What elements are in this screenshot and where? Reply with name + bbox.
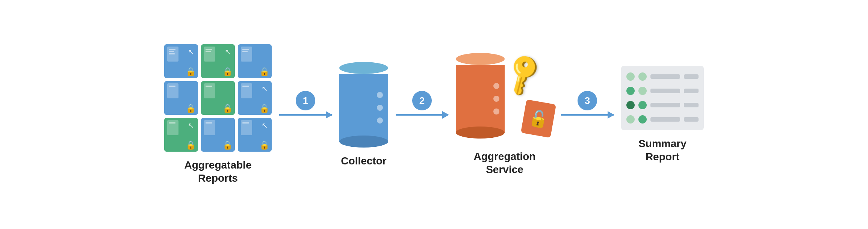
aggregation-cylinder bbox=[456, 53, 505, 139]
reports-grid: ↖ 🔒 ↖ 🔒 🔒 bbox=[164, 44, 272, 152]
lock-icon: 🔒 bbox=[186, 104, 196, 113]
lock-icon: 🔒 bbox=[259, 140, 269, 150]
summary-line-short bbox=[684, 117, 699, 122]
report-card: ↖ 🔒 bbox=[201, 44, 235, 78]
cylinder-dot bbox=[493, 96, 499, 102]
collector-cylinder bbox=[339, 62, 388, 148]
cursor-icon: ↖ bbox=[188, 121, 194, 130]
cylinder-top bbox=[456, 53, 505, 65]
svg-rect-19 bbox=[206, 122, 212, 124]
step2-badge: 2 bbox=[412, 91, 432, 110]
summary-dot-light bbox=[638, 87, 647, 95]
step3-arrow bbox=[561, 114, 614, 116]
summary-line bbox=[650, 117, 680, 122]
summary-dot-mid bbox=[638, 101, 647, 109]
step1-arrow bbox=[279, 114, 332, 116]
summary-line bbox=[650, 74, 680, 79]
cylinder-body bbox=[456, 65, 505, 133]
summary-row bbox=[626, 72, 699, 81]
svg-rect-8 bbox=[242, 49, 249, 50]
summary-line-short bbox=[684, 89, 699, 93]
lock-icon: 🔒 bbox=[259, 67, 269, 77]
unlock-icon: 🔓 bbox=[527, 108, 550, 129]
summary-row bbox=[626, 101, 699, 109]
svg-rect-2 bbox=[169, 51, 174, 52]
svg-rect-11 bbox=[169, 86, 175, 87]
cursor-icon: ↖ bbox=[262, 84, 268, 93]
lock-icon: 🔒 bbox=[222, 104, 233, 113]
cylinder-dot bbox=[377, 105, 383, 111]
svg-rect-6 bbox=[206, 51, 211, 52]
summary-row bbox=[626, 115, 699, 124]
cylinder-top bbox=[339, 62, 388, 74]
step1-badge: 1 bbox=[296, 91, 315, 110]
cylinder-bottom bbox=[339, 136, 388, 148]
summary-dot-light bbox=[638, 72, 647, 81]
summary-line-short bbox=[684, 103, 699, 107]
report-card: 🔒 bbox=[164, 81, 198, 115]
step3-badge: 3 bbox=[578, 91, 597, 110]
lock-icon: 🔒 bbox=[259, 104, 269, 113]
summary-row bbox=[626, 87, 699, 95]
cursor-icon: ↖ bbox=[262, 121, 268, 130]
lock-icon: 🔒 bbox=[222, 67, 233, 77]
cylinder-body bbox=[339, 74, 388, 142]
summary-report-node: Summary Report bbox=[621, 66, 704, 163]
summary-dot-mid bbox=[626, 87, 635, 95]
report-card: 🔒 bbox=[238, 44, 272, 78]
cylinder-dots bbox=[377, 92, 388, 124]
summary-line bbox=[650, 89, 680, 93]
lock-icon: 🔒 bbox=[222, 140, 233, 150]
summary-dot-dark bbox=[626, 101, 635, 109]
summary-report-visual bbox=[621, 66, 704, 130]
cursor-icon: ↖ bbox=[225, 47, 231, 56]
svg-rect-1 bbox=[169, 49, 175, 50]
diagram: ↖ 🔒 ↖ 🔒 🔒 bbox=[0, 0, 868, 229]
report-card: ↖ 🔒 bbox=[164, 44, 198, 78]
aggregatable-reports-node: ↖ 🔒 ↖ 🔒 🔒 bbox=[164, 44, 272, 185]
aggregation-service-visual: 🔑 🔓 bbox=[456, 53, 553, 143]
summary-dot-light bbox=[626, 115, 635, 124]
report-card: ↖ 🔒 bbox=[164, 118, 198, 152]
report-card: ↖ 🔒 bbox=[238, 81, 272, 115]
cylinder-bottom bbox=[456, 127, 505, 139]
summary-report-label: Summary Report bbox=[638, 137, 687, 163]
svg-rect-3 bbox=[169, 53, 175, 54]
cylinder-dot bbox=[377, 92, 383, 98]
summary-dot-light bbox=[626, 72, 635, 81]
collector-node: Collector bbox=[339, 62, 388, 167]
step2-connector: 2 bbox=[388, 91, 456, 116]
cylinder-dot bbox=[493, 108, 499, 114]
report-card: ↖ 🔒 bbox=[238, 118, 272, 152]
svg-rect-9 bbox=[242, 51, 248, 52]
summary-dot-mid bbox=[638, 115, 647, 124]
summary-line-short bbox=[684, 74, 699, 79]
cylinder-dot bbox=[493, 83, 499, 89]
summary-line bbox=[650, 103, 680, 107]
collector-label: Collector bbox=[341, 154, 386, 167]
report-card: 🔒 bbox=[201, 81, 235, 115]
step2-arrow bbox=[396, 114, 448, 116]
svg-rect-21 bbox=[242, 122, 249, 124]
svg-rect-15 bbox=[242, 86, 249, 87]
lock-icon: 🔒 bbox=[186, 140, 196, 150]
svg-rect-13 bbox=[206, 86, 212, 87]
report-card: 🔒 bbox=[201, 118, 235, 152]
aggregatable-reports-label: Aggregatable Reports bbox=[184, 158, 252, 185]
cursor-icon: ↖ bbox=[188, 47, 194, 56]
cylinder-dot bbox=[377, 118, 383, 124]
lock-card: 🔓 bbox=[521, 99, 556, 138]
step3-connector: 3 bbox=[553, 91, 621, 116]
agg-cylinder-wrap bbox=[456, 53, 505, 139]
step1-connector: 1 bbox=[272, 91, 339, 116]
cylinder-dots bbox=[493, 83, 505, 114]
key-icon: 🔑 bbox=[498, 50, 549, 99]
svg-rect-17 bbox=[169, 122, 175, 124]
svg-rect-5 bbox=[206, 49, 212, 50]
lock-icon: 🔒 bbox=[186, 67, 196, 77]
aggregation-service-node: 🔑 🔓 Aggregation Service bbox=[456, 53, 553, 176]
aggregation-service-label: Aggregation Service bbox=[474, 150, 536, 176]
